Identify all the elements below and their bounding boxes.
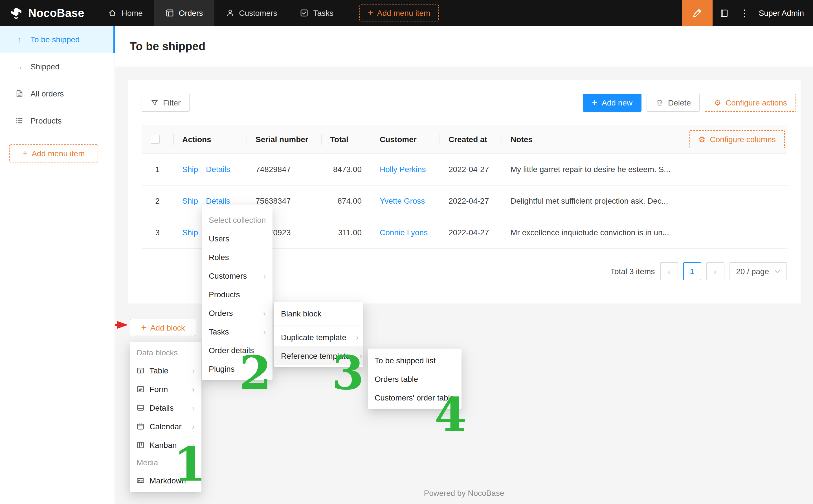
gear-icon: ⚙	[698, 135, 705, 143]
ship-link[interactable]: Ship	[182, 228, 198, 237]
ui-editor-button[interactable]	[682, 0, 713, 26]
trash-icon	[656, 99, 663, 107]
menu-item-label: Blank block	[281, 309, 321, 318]
menu-item-label: Duplicate template	[281, 333, 346, 342]
plus-icon: +	[22, 149, 28, 158]
menu-item-label: Kanban	[150, 440, 177, 449]
current-user[interactable]: Super Admin	[753, 8, 813, 17]
page-number-button[interactable]: 1	[683, 262, 701, 280]
menu-item-label: Details	[150, 403, 174, 412]
more-menu-button[interactable]: ⋮	[736, 0, 753, 26]
menu-item-calendar[interactable]: Calendar ›	[130, 417, 201, 435]
menu-item-orders-table[interactable]: Orders table	[368, 369, 462, 388]
chevron-down-icon	[775, 269, 780, 273]
menu-item-table[interactable]: Table ›	[130, 361, 201, 380]
nav-add-menu-item-label: Add menu item	[377, 8, 430, 17]
nav-add-menu-item-button[interactable]: + Add menu item	[359, 5, 439, 21]
app-root: NocoBase Home Orders Customers Tasks + A…	[0, 0, 813, 504]
logo-text: NocoBase	[28, 6, 84, 19]
chevron-right-icon: ›	[259, 272, 266, 279]
menu-item-tasks[interactable]: Tasks ›	[202, 322, 273, 341]
customer-link[interactable]: Holly Perkins	[380, 165, 426, 174]
menu-item-blank-block[interactable]: Blank block	[274, 304, 363, 323]
configure-actions-button[interactable]: ⚙ Configure actions	[705, 94, 796, 112]
add-new-label: Add new	[602, 98, 632, 107]
configure-columns-button[interactable]: ⚙ Configure columns	[689, 130, 785, 148]
plus-icon: +	[141, 323, 146, 332]
menu-item-customers[interactable]: Customers ›	[202, 266, 273, 285]
nav-item-customers[interactable]: Customers	[214, 0, 288, 26]
nav-item-label: Tasks	[313, 8, 334, 17]
menu-item-users[interactable]: Users	[202, 229, 273, 248]
customer-link[interactable]: Yvette Gross	[380, 196, 425, 205]
menu-item-label: Orders table	[375, 374, 418, 383]
pagination-total: Total 3 items	[610, 267, 655, 276]
next-page-button[interactable]: ›	[706, 262, 724, 280]
nav-item-label: Home	[122, 8, 143, 17]
menu-item-to-be-shipped-list[interactable]: To be shipped list	[368, 351, 462, 369]
menu-item-products[interactable]: Products	[202, 285, 273, 303]
menu-item-duplicate-template[interactable]: Duplicate template ›	[274, 328, 363, 346]
sidebar-item-products[interactable]: Products	[0, 107, 115, 134]
menu-item-details[interactable]: Details ›	[130, 398, 201, 417]
menu-item-roles[interactable]: Roles	[202, 248, 273, 266]
nocobase-logo-icon	[9, 6, 23, 20]
nav-item-label: Customers	[239, 8, 277, 17]
table-row: 1 ShipDetails 74829847 8473.00 Holly Per…	[142, 153, 787, 185]
column-header-total: Total	[321, 125, 371, 153]
details-link[interactable]: Details	[206, 165, 230, 174]
annotation-step-1: 1	[174, 441, 206, 487]
row-index: 1	[142, 153, 173, 185]
menu-header-select-collection: Select collection	[202, 208, 273, 229]
chevron-right-icon: ›	[714, 267, 717, 276]
page-size-value: 20 / page	[736, 267, 769, 276]
sidebar-item-shipped[interactable]: → Shipped	[0, 53, 115, 80]
kanban-block-icon	[137, 441, 144, 449]
column-header-serial-number: Serial number	[247, 125, 321, 153]
nav-item-tasks[interactable]: Tasks	[289, 0, 345, 26]
filter-button[interactable]: Filter	[142, 94, 190, 112]
sidebar-item-label: To be shipped	[30, 35, 80, 44]
delete-button[interactable]: Delete	[647, 94, 700, 112]
chevron-right-icon: ›	[188, 404, 195, 411]
menu-item-form[interactable]: Form ›	[130, 380, 201, 398]
details-link[interactable]: Details	[206, 196, 230, 205]
sidebar-add-menu-item-button[interactable]: + Add menu item	[9, 144, 98, 162]
nav-item-orders[interactable]: Orders	[154, 0, 214, 26]
page-size-select[interactable]: 20 / page	[729, 262, 787, 280]
vertical-dots-icon: ⋮	[740, 8, 750, 18]
notes-cell: Delightful met sufficient projection ask…	[502, 185, 787, 217]
plus-icon: +	[368, 8, 373, 17]
menu-item-orders[interactable]: Orders ›	[202, 303, 273, 322]
previous-page-button[interactable]: ‹	[660, 262, 678, 280]
total-cell: 311.00	[321, 217, 371, 248]
created-at-cell: 2022-04-27	[440, 185, 502, 217]
navbar-right: ⋮ Super Admin	[682, 0, 813, 26]
customer-link[interactable]: Connie Lyons	[380, 228, 428, 237]
chevron-right-icon: ›	[188, 385, 195, 393]
nocobase-logo[interactable]: NocoBase	[0, 6, 97, 20]
nav-item-home[interactable]: Home	[97, 0, 154, 26]
menu-item-label: Roles	[209, 252, 229, 261]
chevron-right-icon: ›	[351, 333, 359, 341]
column-header-created-at: Created at	[440, 125, 502, 153]
nav-item-label: Orders	[179, 8, 203, 17]
form-block-icon	[137, 385, 144, 393]
sidebar-item-to-be-shipped[interactable]: ↑ To be shipped	[0, 26, 115, 53]
orders-icon	[165, 8, 174, 17]
ship-link[interactable]: Ship	[182, 196, 198, 205]
annotation-step-4: 4	[434, 391, 467, 438]
home-icon	[108, 8, 117, 17]
list-icon	[15, 116, 24, 125]
notes-cell: My little garret repair to desire he est…	[502, 153, 787, 185]
menu-item-label: Calendar	[150, 422, 182, 431]
chevron-left-icon: ‹	[668, 267, 670, 276]
add-new-button[interactable]: + Add new	[583, 94, 641, 112]
select-all-checkbox[interactable]	[151, 135, 160, 144]
page-title: To be shipped	[130, 40, 205, 53]
add-block-button[interactable]: + Add block	[130, 319, 196, 336]
collections-button[interactable]	[713, 0, 736, 26]
ship-link[interactable]: Ship	[182, 165, 198, 174]
column-header-customer: Customer	[371, 125, 440, 153]
sidebar-item-all-orders[interactable]: All orders	[0, 80, 115, 107]
